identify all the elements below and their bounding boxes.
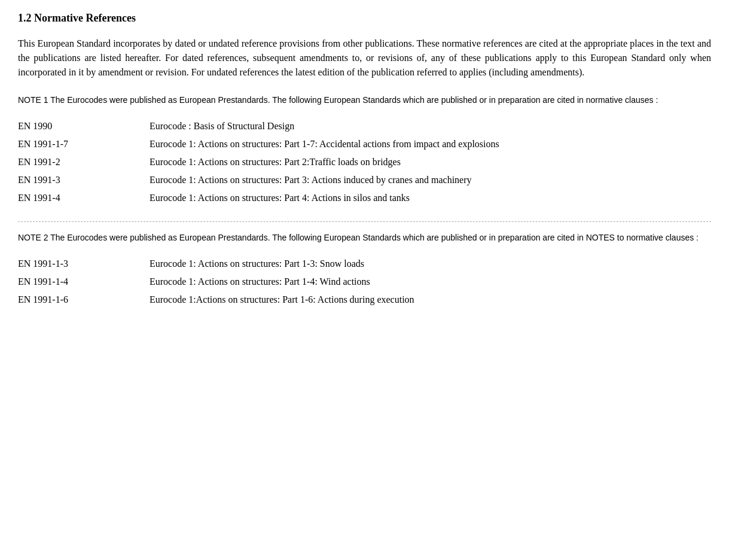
ref-code: EN 1991-2: [18, 153, 150, 171]
table-row: EN 1991-1-3 Eurocode 1: Actions on struc…: [18, 255, 711, 273]
table-row: EN 1990 Eurocode : Basis of Structural D…: [18, 117, 711, 135]
ref-description: Eurocode 1: Actions on structures: Part …: [150, 171, 711, 189]
ref-description: Eurocode : Basis of Structural Design: [150, 117, 711, 135]
table-row: EN 1991-1-6 Eurocode 1:Actions on struct…: [18, 291, 711, 309]
ref-code: EN 1991-1-4: [18, 273, 150, 291]
references-table-group1: EN 1990 Eurocode : Basis of Structural D…: [18, 117, 711, 207]
table-row: EN 1991-2 Eurocode 1: Actions on structu…: [18, 153, 711, 171]
table-row: EN 1991-1-4 Eurocode 1: Actions on struc…: [18, 273, 711, 291]
page-content: 1.2 Normative References This European S…: [18, 12, 711, 309]
ref-description: Eurocode 1: Actions on structures: Part …: [150, 153, 711, 171]
ref-code: EN 1990: [18, 117, 150, 135]
ref-description: Eurocode 1: Actions on structures: Part …: [150, 273, 711, 291]
table-row: EN 1991-3 Eurocode 1: Actions on structu…: [18, 171, 711, 189]
ref-code: EN 1991-1-6: [18, 291, 150, 309]
note-2-text: NOTE 2 The Eurocodes were published as E…: [18, 232, 711, 244]
ref-code: EN 1991-1-7: [18, 135, 150, 153]
ref-description: Eurocode 1: Actions on structures: Part …: [150, 255, 711, 273]
intro-paragraph: This European Standard incorporates by d…: [18, 36, 711, 80]
ref-code: EN 1991-3: [18, 171, 150, 189]
divider-line-1: [18, 221, 711, 222]
ref-description: Eurocode 1: Actions on structures: Part …: [150, 189, 711, 207]
table-row: EN 1991-1-7 Eurocode 1: Actions on struc…: [18, 135, 711, 153]
table-row: EN 1991-4 Eurocode 1: Actions on structu…: [18, 189, 711, 207]
ref-description: Eurocode 1:Actions on structures: Part 1…: [150, 291, 711, 309]
ref-code: EN 1991-4: [18, 189, 150, 207]
ref-description: Eurocode 1: Actions on structures: Part …: [150, 135, 711, 153]
ref-code: EN 1991-1-3: [18, 255, 150, 273]
section-heading: 1.2 Normative References: [18, 12, 711, 25]
references-table-group2: EN 1991-1-3 Eurocode 1: Actions on struc…: [18, 255, 711, 309]
note-1-text: NOTE 1 The Eurocodes were published as E…: [18, 94, 711, 106]
